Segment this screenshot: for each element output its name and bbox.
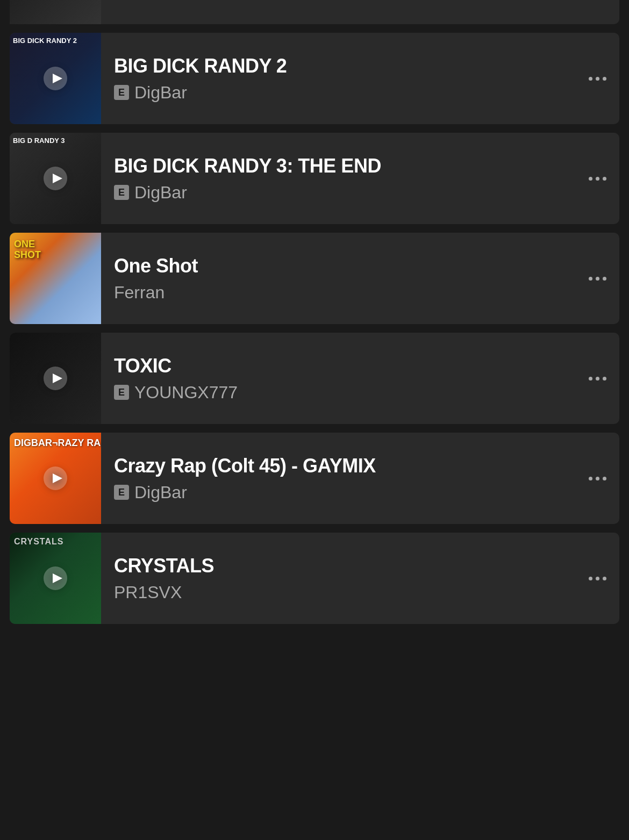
track-artist-row-crazyrap: E DigBar [114, 483, 563, 502]
more-button-crystals[interactable] [576, 566, 619, 591]
play-button-crazyrap[interactable] [41, 464, 69, 492]
dot3 [603, 77, 606, 81]
track-artist-row-bdr2: E DigBar [114, 83, 563, 103]
track-item-bdr3: BIG DICK RANDY 3: THE END E DigBar [10, 133, 619, 224]
track-title-bdr2: BIG DICK RANDY 2 [114, 55, 563, 77]
more-button-bdr3[interactable] [576, 166, 619, 191]
track-info-crystals: CRYSTALS PR1SVX [101, 555, 576, 602]
track-info-toxic: TOXIC E YOUNGX777 [101, 355, 576, 403]
track-info-bdr3: BIG DICK RANDY 3: THE END E DigBar [101, 155, 576, 203]
track-info-crazyrap: Crazy Rap (Colt 45) - GAYMIX E DigBar [101, 455, 576, 502]
track-artist-row-oneshot: Ferran [114, 283, 563, 303]
dot1 [589, 77, 592, 81]
track-artist-row-crystals: PR1SVX [114, 583, 563, 602]
track-artist-row-toxic: E YOUNGX777 [114, 383, 563, 403]
more-button-bdr2[interactable] [576, 66, 619, 91]
track-thumbnail-crystals[interactable] [10, 533, 101, 624]
track-thumbnail-bdr2[interactable] [10, 33, 101, 124]
explicit-badge-bdr2: E [114, 85, 129, 100]
more-dots-bdr2 [589, 77, 606, 81]
track-title-crazyrap: Crazy Rap (Colt 45) - GAYMIX [114, 455, 563, 477]
dot2 [596, 77, 599, 81]
track-artist-bdr2: DigBar [134, 83, 187, 103]
play-button-crystals[interactable] [41, 564, 69, 592]
top-partial-item [10, 0, 619, 24]
track-info-bdr2: BIG DICK RANDY 2 E DigBar [101, 55, 576, 103]
track-item-crystals: CRYSTALS PR1SVX [10, 533, 619, 624]
more-button-oneshot[interactable] [576, 266, 619, 291]
play-button-bdr2[interactable] [41, 64, 69, 92]
explicit-badge-bdr3: E [114, 185, 129, 200]
more-dots-bdr3 [589, 177, 606, 181]
track-list: BIG DICK RANDY 2 E DigBar BIG [0, 0, 629, 628]
play-button-toxic[interactable] [41, 364, 69, 392]
track-thumbnail-oneshot[interactable] [10, 233, 101, 324]
more-dots-toxic [589, 377, 606, 380]
track-thumbnail-bdr3[interactable] [10, 133, 101, 224]
more-button-crazyrap[interactable] [576, 466, 619, 491]
more-button-toxic[interactable] [576, 366, 619, 391]
track-artist-oneshot: Ferran [114, 283, 165, 303]
more-dots-oneshot [589, 277, 606, 281]
track-thumbnail-crazyrap[interactable] [10, 433, 101, 524]
track-item-toxic: TOXIC E YOUNGX777 [10, 333, 619, 424]
track-item-oneshot: One Shot Ferran [10, 233, 619, 324]
play-button-bdr3[interactable] [41, 164, 69, 192]
top-partial-thumbnail [10, 0, 101, 24]
track-artist-row-bdr3: E DigBar [114, 183, 563, 203]
track-artist-crystals: PR1SVX [114, 583, 182, 602]
more-dots-crazyrap [589, 477, 606, 480]
track-title-toxic: TOXIC [114, 355, 563, 377]
track-title-oneshot: One Shot [114, 255, 563, 277]
track-artist-toxic: YOUNGX777 [134, 383, 238, 403]
explicit-badge-toxic: E [114, 385, 129, 400]
track-thumbnail-toxic[interactable] [10, 333, 101, 424]
track-artist-crazyrap: DigBar [134, 483, 187, 502]
more-dots-crystals [589, 577, 606, 580]
track-info-oneshot: One Shot Ferran [101, 255, 576, 303]
track-item-crazyrap: Crazy Rap (Colt 45) - GAYMIX E DigBar [10, 433, 619, 524]
track-artist-bdr3: DigBar [134, 183, 187, 203]
track-title-bdr3: BIG DICK RANDY 3: THE END [114, 155, 563, 177]
track-title-crystals: CRYSTALS [114, 555, 563, 577]
explicit-badge-crazyrap: E [114, 485, 129, 500]
track-item-bdr2: BIG DICK RANDY 2 E DigBar [10, 33, 619, 124]
